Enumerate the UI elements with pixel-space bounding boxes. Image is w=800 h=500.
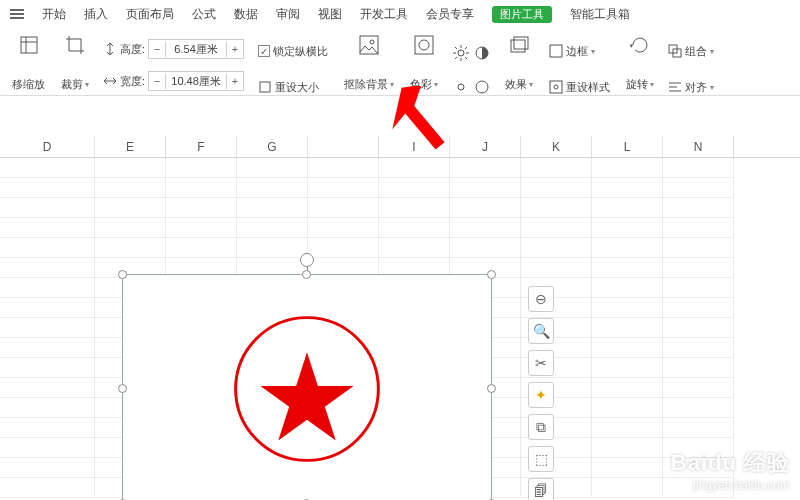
ribbon: 移缩放 裁剪▾ 高度: − 6.54厘米 + 宽度: − 10.48厘米 + — [0, 28, 800, 96]
checkbox-icon: ✓ — [258, 45, 270, 57]
col-header-N[interactable]: N — [663, 136, 734, 157]
col-header-L[interactable]: L — [592, 136, 663, 157]
scale-group: 移缩放 — [4, 34, 53, 92]
align-icon — [668, 80, 682, 94]
group-icon — [668, 44, 682, 58]
tab-review[interactable]: 审阅 — [276, 6, 300, 23]
tab-insert[interactable]: 插入 — [84, 6, 108, 23]
height-icon — [103, 42, 117, 56]
col-header-J[interactable]: J — [450, 136, 521, 157]
svg-point-9 — [476, 81, 488, 93]
svg-rect-11 — [514, 37, 528, 49]
watermark-sub: jingyan.baidu.com — [671, 478, 790, 492]
resize-handle-l[interactable] — [118, 384, 127, 393]
sun2-icon[interactable] — [452, 78, 470, 96]
height-increase[interactable]: + — [227, 43, 243, 55]
arrange-group: 组合▾ 对齐▾ — [662, 34, 720, 104]
height-decrease[interactable]: − — [149, 43, 165, 55]
tab-picture-tools[interactable]: 图片工具 — [492, 6, 552, 23]
qt-effects[interactable]: ✦ — [528, 382, 554, 408]
border-group: 边框▾ 重设样式 — [541, 34, 618, 104]
lock-ratio-checkbox[interactable]: ✓ 锁定纵横比 — [258, 38, 328, 64]
width-icon — [103, 74, 117, 88]
col-header-K[interactable]: K — [521, 136, 592, 157]
col-header-G[interactable]: G — [237, 136, 308, 157]
width-value[interactable]: 10.48厘米 — [165, 74, 227, 89]
remove-bg-group: 抠除背景▾ — [336, 34, 402, 92]
color-button[interactable]: 色彩▾ — [410, 77, 438, 92]
height-label: 高度: — [120, 42, 145, 57]
tab-layout[interactable]: 页面布局 — [126, 6, 174, 23]
effect-button[interactable]: 效果▾ — [505, 77, 533, 92]
border-button[interactable]: 边框▾ — [549, 38, 610, 64]
width-input[interactable]: − 10.48厘米 + — [148, 71, 244, 91]
reset-style-icon — [549, 80, 563, 94]
resize-handle-tl[interactable] — [118, 270, 127, 279]
effect-icon — [508, 34, 530, 56]
qt-fx[interactable]: ⬚ — [528, 446, 554, 472]
crop-icon — [64, 34, 86, 56]
col-header-E[interactable]: E — [95, 136, 166, 157]
tab-smart-tools[interactable]: 智能工具箱 — [570, 6, 630, 23]
watermark-brand: Baidu 经验 — [671, 448, 790, 478]
svg-rect-0 — [21, 37, 37, 53]
svg-point-6 — [458, 50, 464, 56]
menu-tab-bar: 开始 插入 页面布局 公式 数据 审阅 视图 开发工具 会员专享 图片工具 智能… — [0, 0, 800, 28]
contrast2-icon[interactable] — [473, 78, 491, 96]
resize-handle-tr[interactable] — [487, 270, 496, 279]
tab-home[interactable]: 开始 — [42, 6, 66, 23]
tab-vip[interactable]: 会员专享 — [426, 6, 474, 23]
sun-icon[interactable] — [452, 44, 470, 62]
crop-button[interactable]: 裁剪▾ — [61, 77, 89, 92]
image-quick-tools: ⊖ 🔍 ✂ ✦ ⧉ ⬚ 🗐 — [528, 286, 554, 500]
col-header-F[interactable]: F — [166, 136, 237, 157]
resize-handle-t[interactable] — [302, 270, 311, 279]
height-value[interactable]: 6.54厘米 — [165, 42, 227, 57]
hamburger-icon[interactable] — [10, 13, 24, 15]
col-header-I[interactable]: I — [379, 136, 450, 157]
svg-point-3 — [370, 40, 374, 44]
rotate-group: 旋转▾ — [618, 34, 662, 92]
resize-handle-r[interactable] — [487, 384, 496, 393]
scale-label[interactable]: 移缩放 — [12, 77, 45, 92]
svg-rect-1 — [260, 82, 270, 92]
rotate-button[interactable]: 旋转▾ — [626, 77, 654, 92]
border-icon — [549, 44, 563, 58]
svg-rect-10 — [511, 40, 525, 52]
qt-crop[interactable]: ✂ — [528, 350, 554, 376]
height-input[interactable]: − 6.54厘米 + — [148, 39, 244, 59]
svg-rect-12 — [550, 45, 562, 57]
svg-rect-4 — [415, 36, 433, 54]
watermark: Baidu 经验 jingyan.baidu.com — [671, 448, 790, 492]
remove-bg-button[interactable]: 抠除背景▾ — [344, 77, 394, 92]
group-button[interactable]: 组合▾ — [668, 38, 714, 64]
width-increase[interactable]: + — [227, 75, 243, 87]
qt-copy[interactable]: ⧉ — [528, 414, 554, 440]
qt-zoom[interactable]: 🔍 — [528, 318, 554, 344]
rotate-handle[interactable] — [300, 253, 314, 267]
scale-icon — [18, 34, 40, 56]
svg-point-8 — [458, 84, 464, 90]
col-header-D[interactable]: D — [0, 136, 95, 157]
col-header-blank[interactable] — [308, 136, 379, 157]
inserted-image[interactable] — [122, 274, 492, 500]
contrast-icon[interactable] — [473, 44, 491, 62]
width-decrease[interactable]: − — [149, 75, 165, 87]
svg-point-14 — [554, 85, 558, 89]
rotate-icon — [629, 34, 651, 56]
column-headers: DEFGIJKLN — [0, 136, 800, 158]
tab-view[interactable]: 视图 — [318, 6, 342, 23]
stamp-graphic — [123, 275, 491, 500]
svg-rect-13 — [550, 81, 562, 93]
color-group: 色彩▾ — [402, 34, 446, 92]
tab-data[interactable]: 数据 — [234, 6, 258, 23]
ratio-group: ✓ 锁定纵横比 重设大小 — [250, 34, 336, 104]
qt-format[interactable]: 🗐 — [528, 478, 554, 500]
tab-formula[interactable]: 公式 — [192, 6, 216, 23]
reset-size-icon — [258, 80, 272, 94]
tab-dev[interactable]: 开发工具 — [360, 6, 408, 23]
width-label: 宽度: — [120, 74, 145, 89]
svg-point-5 — [419, 40, 429, 50]
remove-bg-icon — [358, 34, 380, 56]
qt-minus[interactable]: ⊖ — [528, 286, 554, 312]
